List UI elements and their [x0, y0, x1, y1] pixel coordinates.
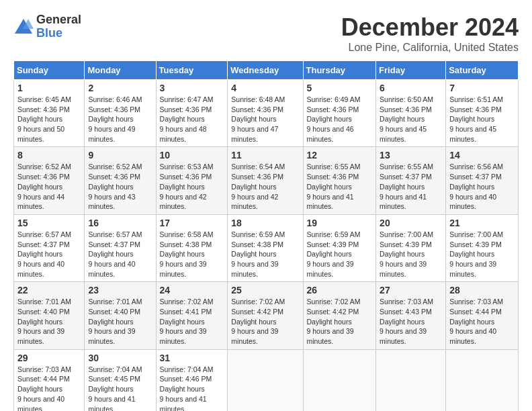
day-number: 11 [231, 150, 299, 161]
daylight-label: Daylight hours [17, 318, 62, 326]
page-header: General Blue December 2024 Lone Pine, Ca… [13, 13, 519, 54]
sunset-label: Sunset: 4:36 PM [88, 105, 140, 113]
daylight-value: 9 hours and 39 minutes. [380, 260, 427, 278]
calendar-day-cell: 13 Sunrise: 6:55 AM Sunset: 4:37 PM Dayl… [376, 147, 446, 214]
daylight-label: Daylight hours [88, 250, 133, 258]
sunset-label: Sunset: 4:40 PM [88, 308, 140, 316]
calendar-day-cell: 2 Sunrise: 6:46 AM Sunset: 4:36 PM Dayli… [85, 80, 156, 147]
sunrise-label: Sunrise: 6:57 AM [88, 230, 142, 238]
daylight-value: 9 hours and 41 minutes. [160, 395, 207, 411]
day-info: Sunrise: 6:52 AM Sunset: 4:36 PM Dayligh… [88, 162, 152, 211]
calendar-header-row: SundayMondayTuesdayWednesdayThursdayFrid… [14, 61, 519, 80]
day-number: 4 [231, 83, 299, 93]
calendar-body: 1 Sunrise: 6:45 AM Sunset: 4:36 PM Dayli… [14, 80, 519, 412]
daylight-label: Daylight hours [160, 318, 205, 326]
daylight-value: 9 hours and 39 minutes. [160, 260, 207, 278]
logo-text: General Blue [36, 13, 81, 40]
day-info: Sunrise: 6:47 AM Sunset: 4:36 PM Dayligh… [160, 95, 224, 144]
sunrise-label: Sunrise: 7:02 AM [160, 298, 214, 306]
calendar-day-cell: 6 Sunrise: 6:50 AM Sunset: 4:36 PM Dayli… [376, 80, 446, 147]
sunset-label: Sunset: 4:40 PM [17, 308, 70, 316]
daylight-value: 9 hours and 48 minutes. [160, 125, 207, 143]
sunset-label: Sunset: 4:43 PM [380, 308, 432, 316]
sunrise-label: Sunrise: 6:51 AM [449, 95, 503, 103]
calendar-week-row: 15 Sunrise: 6:57 AM Sunset: 4:37 PM Dayl… [14, 214, 519, 281]
day-number: 24 [160, 285, 224, 295]
sunset-label: Sunset: 4:36 PM [17, 105, 70, 113]
sunrise-label: Sunrise: 7:02 AM [307, 298, 361, 306]
logo-general: General [36, 13, 81, 27]
sunrise-label: Sunrise: 6:59 AM [307, 230, 361, 238]
daylight-label: Daylight hours [88, 115, 133, 123]
sunrise-label: Sunrise: 6:59 AM [231, 230, 285, 238]
calendar-day-cell [303, 349, 376, 411]
calendar-day-cell: 25 Sunrise: 7:02 AM Sunset: 4:42 PM Dayl… [228, 282, 303, 349]
day-number: 22 [17, 285, 81, 295]
daylight-label: Daylight hours [17, 115, 62, 123]
calendar-day-cell: 26 Sunrise: 7:02 AM Sunset: 4:42 PM Dayl… [303, 282, 376, 349]
sunrise-label: Sunrise: 6:54 AM [231, 163, 285, 171]
daylight-label: Daylight hours [88, 385, 133, 393]
day-info: Sunrise: 6:52 AM Sunset: 4:36 PM Dayligh… [17, 162, 81, 211]
day-of-week-header: Tuesday [156, 61, 228, 80]
daylight-value: 9 hours and 39 minutes. [307, 327, 354, 345]
daylight-value: 9 hours and 41 minutes. [88, 395, 135, 411]
day-info: Sunrise: 6:48 AM Sunset: 4:36 PM Dayligh… [231, 95, 299, 144]
day-info: Sunrise: 7:04 AM Sunset: 4:46 PM Dayligh… [160, 365, 224, 411]
day-info: Sunrise: 6:58 AM Sunset: 4:38 PM Dayligh… [160, 230, 224, 279]
calendar-day-cell: 4 Sunrise: 6:48 AM Sunset: 4:36 PM Dayli… [228, 80, 303, 147]
daylight-value: 9 hours and 45 minutes. [380, 125, 427, 143]
day-info: Sunrise: 6:50 AM Sunset: 4:36 PM Dayligh… [380, 95, 442, 144]
daylight-label: Daylight hours [17, 385, 62, 393]
day-info: Sunrise: 6:59 AM Sunset: 4:38 PM Dayligh… [231, 230, 299, 279]
sunset-label: Sunset: 4:36 PM [231, 105, 283, 113]
day-number: 16 [88, 218, 152, 228]
sunset-label: Sunset: 4:36 PM [380, 105, 432, 113]
day-number: 21 [449, 218, 515, 228]
daylight-value: 9 hours and 41 minutes. [380, 193, 427, 211]
sunset-label: Sunset: 4:36 PM [307, 105, 359, 113]
calendar-day-cell: 16 Sunrise: 6:57 AM Sunset: 4:37 PM Dayl… [85, 214, 156, 281]
day-info: Sunrise: 6:59 AM Sunset: 4:39 PM Dayligh… [307, 230, 373, 279]
calendar-day-cell: 17 Sunrise: 6:58 AM Sunset: 4:38 PM Dayl… [156, 214, 228, 281]
sunrise-label: Sunrise: 6:53 AM [160, 163, 214, 171]
daylight-label: Daylight hours [17, 183, 62, 191]
daylight-label: Daylight hours [160, 183, 205, 191]
calendar-day-cell [446, 349, 519, 411]
sunset-label: Sunset: 4:37 PM [449, 173, 502, 181]
day-number: 8 [17, 150, 81, 161]
daylight-value: 9 hours and 40 minutes. [88, 260, 135, 278]
daylight-label: Daylight hours [160, 250, 205, 258]
daylight-label: Daylight hours [231, 250, 276, 258]
sunset-label: Sunset: 4:39 PM [449, 240, 502, 248]
sunrise-label: Sunrise: 6:49 AM [307, 95, 361, 103]
daylight-label: Daylight hours [307, 250, 352, 258]
day-number: 12 [307, 150, 373, 161]
day-info: Sunrise: 6:51 AM Sunset: 4:36 PM Dayligh… [449, 95, 515, 144]
sunset-label: Sunset: 4:46 PM [160, 375, 212, 383]
daylight-value: 9 hours and 40 minutes. [17, 395, 64, 411]
calendar-day-cell: 10 Sunrise: 6:53 AM Sunset: 4:36 PM Dayl… [156, 147, 228, 214]
daylight-value: 9 hours and 39 minutes. [88, 327, 135, 345]
day-info: Sunrise: 6:55 AM Sunset: 4:36 PM Dayligh… [307, 162, 373, 211]
calendar-day-cell: 30 Sunrise: 7:04 AM Sunset: 4:45 PM Dayl… [85, 349, 156, 411]
daylight-label: Daylight hours [88, 318, 133, 326]
calendar-day-cell: 8 Sunrise: 6:52 AM Sunset: 4:36 PM Dayli… [14, 147, 85, 214]
sunrise-label: Sunrise: 6:46 AM [88, 95, 142, 103]
sunset-label: Sunset: 4:41 PM [160, 308, 212, 316]
day-info: Sunrise: 7:03 AM Sunset: 4:43 PM Dayligh… [380, 297, 442, 346]
sunrise-label: Sunrise: 6:52 AM [88, 163, 142, 171]
day-number: 3 [160, 83, 224, 93]
daylight-label: Daylight hours [160, 115, 205, 123]
calendar-day-cell: 5 Sunrise: 6:49 AM Sunset: 4:36 PM Dayli… [303, 80, 376, 147]
calendar-week-row: 8 Sunrise: 6:52 AM Sunset: 4:36 PM Dayli… [14, 147, 519, 214]
day-info: Sunrise: 7:03 AM Sunset: 4:44 PM Dayligh… [17, 365, 81, 411]
day-number: 18 [231, 218, 299, 228]
day-of-week-header: Monday [85, 61, 156, 80]
day-of-week-header: Thursday [303, 61, 376, 80]
calendar-day-cell: 31 Sunrise: 7:04 AM Sunset: 4:46 PM Dayl… [156, 349, 228, 411]
calendar-day-cell: 14 Sunrise: 6:56 AM Sunset: 4:37 PM Dayl… [446, 147, 519, 214]
sunset-label: Sunset: 4:36 PM [160, 105, 212, 113]
sunset-label: Sunset: 4:42 PM [307, 308, 359, 316]
calendar-day-cell: 24 Sunrise: 7:02 AM Sunset: 4:41 PM Dayl… [156, 282, 228, 349]
